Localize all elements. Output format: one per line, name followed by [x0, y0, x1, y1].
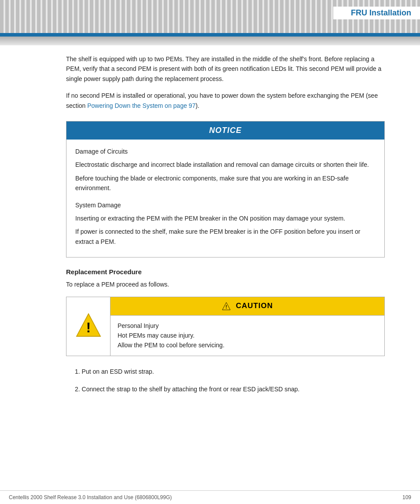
footer-left: Centellis 2000 Shelf Release 3.0 Install…	[9, 494, 172, 500]
caution-right-cell: ! CAUTION Personal Injury Hot PEMs may c…	[111, 297, 385, 356]
warning-triangle-icon: !	[75, 313, 102, 339]
header-pattern: FRU Installation	[0, 0, 420, 33]
gray-stripe	[0, 37, 420, 45]
notice-section2-title: System Damage	[75, 200, 376, 210]
page-title: FRU Installation	[351, 8, 411, 17]
caution-warning-small-icon: !	[222, 302, 231, 311]
notice-section1-title: Damage of Circuits	[75, 147, 376, 156]
svg-text:!: !	[86, 320, 90, 335]
caution-line2: Allow the PEM to cool before servicing.	[118, 340, 377, 350]
notice-section2-line2: If power is connected to the shelf, make…	[75, 227, 376, 246]
step-1: Put on an ESD wrist strap.	[66, 367, 385, 376]
notice-body: Damage of Circuits Electrostatic dischar…	[66, 140, 384, 257]
intro-paragraph-2: If no second PEM is installed or operati…	[66, 91, 385, 110]
intro-paragraph-1: The shelf is equipped with up to two PEM…	[66, 54, 385, 84]
page-footer: Centellis 2000 Shelf Release 3.0 Install…	[0, 490, 420, 504]
blue-stripe	[0, 33, 420, 37]
caution-line1: Hot PEMs may cause injury.	[118, 331, 377, 340]
caution-header-text: CAUTION	[236, 302, 273, 310]
powering-down-link[interactable]: Powering Down the System on page 97	[87, 102, 195, 109]
replacement-heading: Replacement Procedure	[66, 268, 385, 276]
caution-icon-cell: !	[66, 297, 111, 356]
notice-section1-line2: Before touching the blade or electronic …	[75, 173, 376, 193]
header-title-bar: FRU Installation	[333, 7, 420, 19]
notice-header: NOTICE	[66, 121, 384, 140]
step-2: Connect the strap to the shelf by attach…	[66, 384, 385, 394]
svg-text:!: !	[225, 305, 227, 309]
caution-section-title: Personal Injury	[118, 321, 377, 331]
notice-box: NOTICE Damage of Circuits Electrostatic …	[66, 121, 385, 258]
main-content: The shelf is equipped with up to two PEM…	[0, 45, 420, 429]
caution-body: Personal Injury Hot PEMs may cause injur…	[111, 316, 384, 356]
intro-p2-after: ).	[195, 102, 199, 109]
procedure-intro: To replace a PEM proceed as follows.	[66, 281, 385, 288]
notice-section1-line1: Electrostatic discharge and incorrect bl…	[75, 160, 376, 169]
steps-list: Put on an ESD wrist strap. Connect the s…	[66, 367, 385, 394]
notice-section2-line1: Inserting or extracting the PEM with the…	[75, 213, 376, 223]
caution-header: ! CAUTION	[111, 297, 384, 316]
caution-box: ! ! CAUTION Personal Injury Hot PEMs may…	[66, 297, 385, 356]
footer-page-number: 109	[402, 494, 411, 500]
